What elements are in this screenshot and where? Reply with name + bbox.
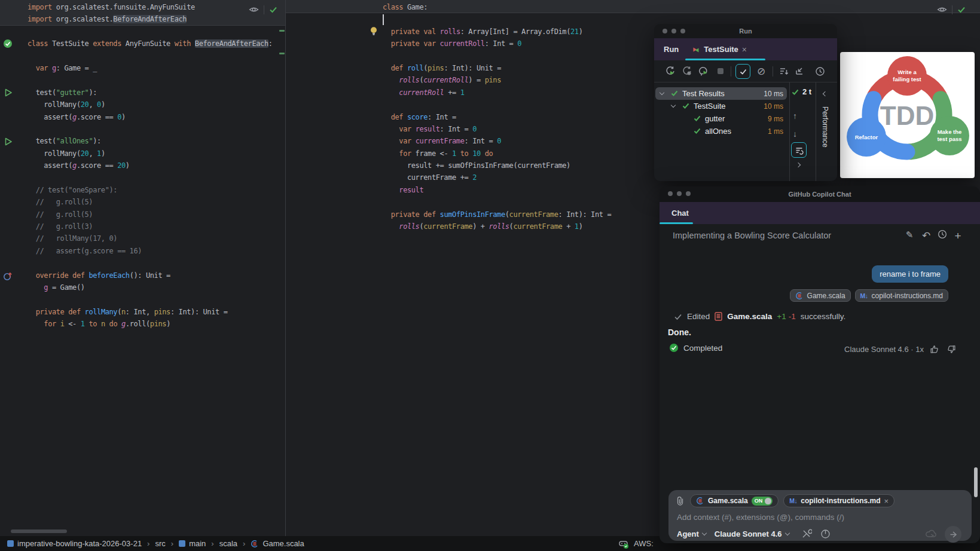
reader-mode-eye-icon[interactable] [248,4,259,15]
chat-input-box[interactable]: Game.scala ON M↓ copilot-instructions.md… [668,490,972,541]
breadcrumb-item[interactable]: imperative-bowling-kata-2026-03-21 [7,539,142,548]
tab-testsuite[interactable]: TestSuite × [692,45,747,54]
chat-window-titlebar[interactable]: GitHub Copilot Chat [660,186,980,202]
edit-quill-icon[interactable]: ✎ [903,229,915,240]
code-line[interactable]: // assert(g.score == 16) [28,245,285,257]
code-line[interactable]: rollMany(20, 1) [28,148,285,160]
context-chip-game-scala[interactable]: Game.scala [790,289,851,302]
tree-expand-chevron-icon[interactable] [671,103,676,108]
minimize-window-button[interactable] [671,29,676,33]
breadcrumb-item[interactable]: main [179,539,206,548]
stop-button[interactable] [714,65,727,78]
breadcrumb-item[interactable]: Game.scala [251,539,304,548]
context-on-toggle[interactable]: ON [752,497,773,506]
code-line[interactable]: assert(g.score == 0) [28,111,285,123]
thumbs-up-icon[interactable] [930,344,940,354]
minimize-window-button[interactable] [677,191,682,196]
code-line[interactable]: import org.scalatest.funsuite.AnyFunSuit… [28,1,285,13]
test-tree-row[interactable]: Test Results10 ms [655,87,787,100]
model-selector[interactable]: Claude Sonnet 4.6 [715,529,782,538]
zoom-window-button[interactable] [680,29,685,33]
context-chip-copilot-instructions[interactable]: M↓ copilot-instructions.md [855,289,948,302]
tab-chat[interactable]: Chat [671,209,689,218]
test-history-clock-icon[interactable] [813,65,826,78]
previous-failed-test-button[interactable]: ↑ [793,111,797,121]
code-line[interactable]: g = Game() [28,281,285,293]
close-window-button[interactable] [663,29,667,33]
thumbs-down-icon[interactable] [946,344,956,354]
code-line[interactable]: for i <- 1 to n do g.roll(pins) [28,318,285,330]
code-line[interactable] [28,50,285,62]
code-line[interactable]: class Game: [383,1,980,13]
attach-paperclip-icon[interactable] [676,496,685,506]
test-tree-row[interactable]: gutter9 ms [655,112,787,125]
close-window-button[interactable] [668,191,673,196]
run-test-gutter-icon[interactable] [4,88,13,97]
sort-by-duration-button[interactable] [777,65,790,78]
new-chat-plus-icon[interactable]: + [952,229,964,243]
code-line[interactable]: // g.roll(5) [28,209,285,221]
code-line[interactable]: // rollMany(17, 0) [28,232,285,244]
tools-icon[interactable] [801,528,812,539]
chat-input-placeholder[interactable]: Add context (#), extensions (@), command… [677,513,844,522]
history-clock-icon[interactable] [936,229,948,241]
run-window-titlebar[interactable]: Run [654,24,837,38]
expand-panel-chevron-icon[interactable] [796,163,801,167]
editor-pane-testsuite[interactable]: import org.scalatest.funsuite.AnyFunSuit… [0,0,285,536]
code-line[interactable]: override def beforeEach(): Unit = [28,270,285,281]
copilot-status-icon[interactable] [618,538,629,549]
attached-chip-copilot-instructions[interactable]: M↓ copilot-instructions.md × [783,494,894,507]
code-line[interactable]: private def rollMany(n: Int, pins: Int):… [28,306,285,318]
code-line[interactable]: // g.roll(3) [28,221,285,232]
overrides-method-gutter-icon[interactable] [3,271,13,281]
edited-file-name[interactable]: Game.scala [727,312,772,321]
code-line[interactable]: assert(g.score == 20) [28,160,285,172]
usage-gauge-icon[interactable] [820,529,831,539]
show-passed-toggle[interactable] [735,64,750,79]
performance-side-tab[interactable]: Performance [816,82,837,181]
code-line[interactable] [28,257,285,269]
rerun-failed-tests-button[interactable] [680,65,694,78]
horizontal-scrollbar-thumb[interactable] [11,529,67,533]
breadcrumb-item[interactable]: scala [219,539,237,548]
import-test-results-button[interactable] [793,65,806,78]
code-line[interactable]: test("allOnes"): [28,135,285,147]
next-failed-test-button[interactable]: ↓ [793,129,797,139]
code-line[interactable]: rollMany(20, 0) [28,99,285,111]
close-tab-icon[interactable]: × [742,45,747,54]
code-line[interactable] [28,172,285,183]
code-line[interactable]: import org.scalatest.BeforeAndAfterEach [28,13,285,25]
remove-chip-icon[interactable]: × [884,497,889,506]
intention-lightbulb-icon[interactable] [370,26,378,36]
code-line[interactable]: // g.roll(5) [28,196,285,208]
run-class-gutter-icon[interactable] [3,39,13,48]
code-line[interactable]: // test("oneSpare"): [28,184,285,196]
mode-selector[interactable]: Agent [677,529,699,538]
reader-mode-eye-icon[interactable] [936,4,948,15]
test-tree-row[interactable]: TestSuite10 ms [655,100,787,112]
undo-icon[interactable]: ↶ [920,229,932,242]
chat-scrollbar-thumb[interactable] [974,467,978,497]
breadcrumb-item[interactable]: src [155,539,165,548]
toggle-auto-test-button[interactable] [697,65,710,78]
show-ignored-toggle[interactable]: ⊘ [755,65,768,78]
code-line[interactable]: class TestSuite extends AnyFunSuite with… [28,38,285,50]
attached-chip-game-scala[interactable]: Game.scala ON [690,494,778,507]
code-line[interactable] [28,26,285,38]
send-button[interactable] [945,526,961,543]
rerun-tests-button[interactable] [664,65,677,78]
cloud-send-icon[interactable] [926,529,938,539]
zoom-window-button[interactable] [686,191,691,196]
code-line[interactable]: var g: Game = _ [28,62,285,74]
code-line[interactable] [28,123,285,135]
tree-expand-chevron-icon[interactable] [660,90,664,95]
no-problems-check-icon[interactable] [268,5,278,14]
code-line[interactable] [28,74,285,86]
filter-tests-toggle[interactable] [791,142,807,158]
run-test-gutter-icon[interactable] [4,137,13,146]
aws-status-label[interactable]: AWS: [634,539,654,548]
code-line[interactable] [28,293,285,305]
no-problems-check-icon[interactable] [957,5,966,14]
code-line[interactable]: test("gutter"): [28,87,285,99]
test-tree-row[interactable]: allOnes1 ms [655,125,787,137]
